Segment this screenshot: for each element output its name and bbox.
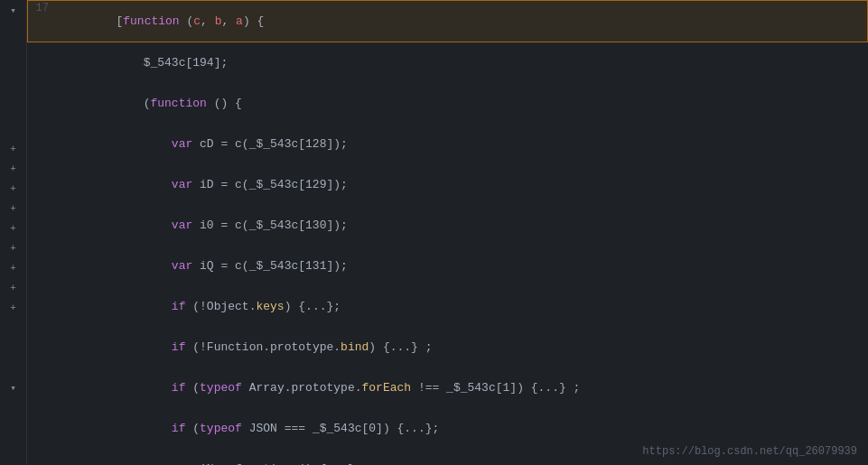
fold-icon-10[interactable]: + xyxy=(0,298,27,318)
fold-icon-2[interactable]: + xyxy=(0,139,27,159)
code-line-20: var cD = c(_$_543c[128]); xyxy=(27,124,868,164)
line-content-21: var iD = c(_$_543c[129]); xyxy=(59,164,861,205)
line-content-17: [function (c, b, a) { xyxy=(60,1,860,42)
code-line-17: 17 [function (c, b, a) { xyxy=(27,0,868,42)
line-content-23: var iQ = c(_$_543c[131]); xyxy=(59,246,861,286)
line-content-24: if (!Object.keys) {...}; xyxy=(59,286,861,327)
fold-icon-3[interactable]: + xyxy=(0,159,27,179)
fold-icon-7[interactable]: + xyxy=(0,238,27,258)
code-line-26: if (typeof Array.prototype.forEach !== _… xyxy=(27,367,868,408)
line-content-27: if (typeof JSON === _$_543c[0]) {...}; xyxy=(59,408,861,449)
line-content-22: var i0 = c(_$_543c[130]); xyxy=(59,205,861,246)
url-text: https://blog.csdn.net/qq_26079939 xyxy=(642,445,857,458)
fold-icon-1[interactable]: ▾ xyxy=(0,0,27,20)
editor-container: ▾ + + + + + + + + + ▾ 17 [function (c, b… xyxy=(0,0,868,465)
code-line-22: var i0 = c(_$_543c[130]); xyxy=(27,205,868,246)
fold-icon-8[interactable]: + xyxy=(0,258,27,278)
code-editor: 17 [function (c, b, a) { $_543c[194]; (f… xyxy=(27,0,868,465)
line-content-18: $_543c[194]; xyxy=(59,42,861,83)
code-line-25: if (!Function.prototype.bind) {...} ; xyxy=(27,327,868,367)
line-content-20: var cD = c(_$_543c[128]); xyxy=(59,124,861,164)
code-line-27: if (typeof JSON === _$_543c[0]) {...}; xyxy=(27,408,868,449)
code-line-24: if (!Object.keys) {...}; xyxy=(27,286,868,327)
code-line-23: var iQ = c(_$_543c[131]); xyxy=(27,246,868,286)
line-content-26: if (typeof Array.prototype.forEach !== _… xyxy=(59,367,861,408)
code-line-21: var iD = c(_$_543c[129]); xyxy=(27,164,868,205)
code-line-18: $_543c[194]; xyxy=(27,42,868,83)
url-bar: https://blog.csdn.net/qq_26079939 xyxy=(642,445,857,458)
line-content-25: if (!Function.prototype.bind) {...} ; xyxy=(59,327,861,367)
fold-icon-9[interactable]: + xyxy=(0,278,27,298)
fold-icon-4[interactable]: + xyxy=(0,179,27,199)
line-content-19: (function () { xyxy=(59,83,861,124)
code-line-19: (function () { xyxy=(27,83,868,124)
fold-icon-6[interactable]: + xyxy=(0,219,27,238)
fold-icon-5[interactable]: + xyxy=(0,199,27,219)
fold-icon-11[interactable]: ▾ xyxy=(0,377,27,397)
code-gutter: ▾ + + + + + + + + + ▾ xyxy=(0,0,27,465)
line-number-17: 17 xyxy=(28,2,60,14)
